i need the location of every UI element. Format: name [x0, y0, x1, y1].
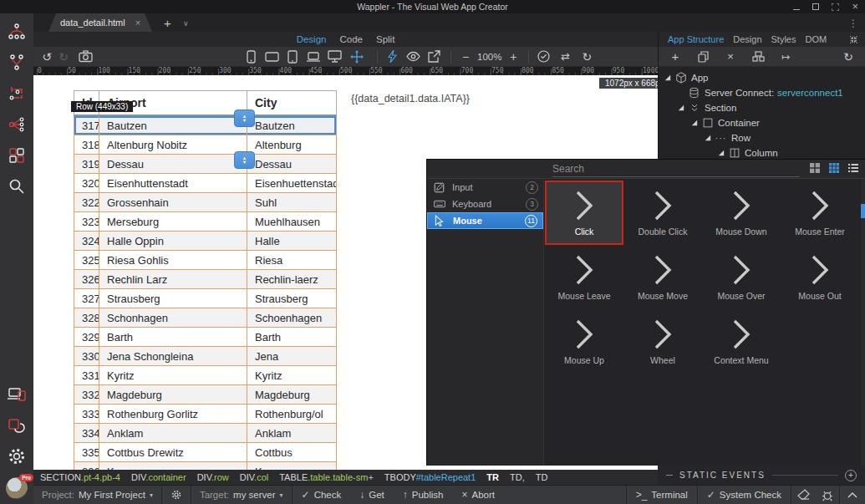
event-tile-double-click[interactable]: Double Click	[623, 181, 702, 245]
table-row[interactable]: 334AnklamAnklam	[74, 424, 337, 443]
abort-button[interactable]: ×Abort	[453, 486, 505, 504]
list-view-icon[interactable]	[847, 162, 859, 174]
panel-tab-dom[interactable]: DOM	[805, 34, 827, 44]
workflows-icon[interactable]	[7, 53, 27, 73]
event-tile-context-menu[interactable]: Context Menu	[702, 309, 781, 374]
table-row[interactable]: 327StrausbergStrausberg	[74, 289, 337, 308]
new-tab-icon[interactable]: +	[164, 15, 171, 32]
fullscreen-icon[interactable]	[832, 3, 839, 11]
undo-icon[interactable]: ↺	[38, 48, 55, 65]
column-header-city[interactable]: City	[247, 91, 336, 115]
panel-tab-app-structure[interactable]: App Structure	[668, 34, 724, 44]
validate-check-icon[interactable]	[535, 48, 552, 65]
dynamic-data-bolt-icon[interactable]	[384, 48, 400, 65]
grid-large-view-icon[interactable]	[809, 162, 821, 174]
breadcrumb-item-section[interactable]: SECTION.pt-4.pb-4	[40, 472, 120, 482]
table-row[interactable]: 326Rechlin LarzRechlin-laerz	[74, 270, 337, 289]
tab-list-chevron-icon[interactable]: ∨	[183, 15, 189, 32]
expand-arrow-icon[interactable]	[664, 74, 672, 81]
move-tool-icon[interactable]	[349, 48, 365, 65]
expand-arrow-icon[interactable]	[704, 135, 712, 141]
device-tablet-portrait-icon[interactable]	[284, 48, 301, 65]
panel-tab-styles[interactable]: Styles	[771, 34, 796, 44]
table-row[interactable]: 329BarthBarth	[74, 328, 337, 347]
table-row[interactable]: 324Halle OppinHalle	[74, 232, 337, 251]
system-check-button[interactable]: ✓ System Check	[698, 486, 791, 504]
tabbar-menu-icon[interactable]: ⋮	[848, 15, 858, 32]
table-row[interactable]: 335Cottbus DrewitzCottbus	[74, 443, 337, 462]
panel-refresh-icon[interactable]: ↻	[840, 48, 857, 65]
breadcrumb-item-tbody[interactable]: TBODY#tableRepeat1	[384, 472, 476, 482]
add-element-icon[interactable]: +	[667, 48, 684, 65]
move-into-icon[interactable]: ↦	[777, 48, 794, 65]
project-settings-gear-icon[interactable]	[162, 486, 191, 504]
tab-data-detail[interactable]: data_detail.html ×	[48, 13, 152, 32]
table-row[interactable]: 318Altenburg NobitzAltenburg	[74, 135, 337, 155]
blocks-icon[interactable]	[7, 145, 27, 165]
expand-arrow-icon[interactable]	[717, 150, 725, 156]
tree-item-container[interactable]: Container	[659, 115, 865, 130]
popup-scrollbar[interactable]	[861, 179, 865, 466]
breadcrumb-item-td[interactable]: TD	[536, 472, 548, 482]
zoom-out-icon[interactable]: −	[457, 48, 474, 65]
event-tile-mouse-up[interactable]: Mouse Up	[545, 309, 623, 374]
table-row[interactable]: 320EisenhuttenstadtEisenhuettenstadt	[74, 174, 337, 193]
breadcrumb-item-div[interactable]: DIV.container	[131, 472, 186, 482]
category-input[interactable]: Input2	[427, 179, 543, 196]
save-block-icon[interactable]	[750, 48, 766, 65]
event-tile-mouse-out[interactable]: Mouse Out	[781, 245, 859, 309]
user-avatar[interactable]: Pro	[6, 477, 28, 499]
device-desktop-icon[interactable]	[326, 48, 343, 65]
tree-item-section[interactable]: Section	[659, 100, 865, 115]
add-event-icon[interactable]: +	[845, 470, 857, 481]
table-row[interactable]: 325Riesa GohlisRiesa	[74, 251, 337, 270]
minimize-icon[interactable]	[793, 0, 800, 13]
event-tile-mouse-move[interactable]: Mouse Move	[623, 245, 702, 309]
design-table[interactable]: Id Airport City 317BautzenBautzen318Alte…	[74, 90, 337, 470]
preview-eye-icon[interactable]	[405, 48, 421, 65]
category-keyboard[interactable]: Keyboard3	[427, 196, 543, 212]
delete-element-icon[interactable]: ×	[722, 48, 739, 65]
breadcrumb-item-div[interactable]: DIV.col	[240, 472, 268, 482]
event-tile-mouse-enter[interactable]: Mouse Enter	[781, 181, 859, 245]
redo-icon[interactable]: ↻	[55, 48, 72, 65]
server-actions-icon[interactable]	[7, 84, 27, 104]
table-row[interactable]: 333Rothenburg GorlitzRothenburg/ol	[74, 405, 337, 424]
device-phone-icon[interactable]	[242, 48, 259, 65]
app-connect-icon[interactable]	[7, 22, 27, 42]
swap-arrows-icon[interactable]: ⇄	[557, 48, 573, 65]
tree-item-row[interactable]: ···Row	[659, 130, 865, 145]
settings-gear-icon[interactable]	[7, 446, 27, 466]
category-mouse[interactable]: Mouse11	[427, 212, 543, 229]
mode-tab-design[interactable]: Design	[297, 34, 327, 44]
copy-element-icon[interactable]	[695, 48, 711, 65]
search-icon[interactable]	[7, 176, 27, 196]
zoom-in-icon[interactable]: +	[505, 48, 522, 65]
publish-button[interactable]: ↑Publish	[394, 486, 453, 504]
project-selector[interactable]: Project: My First Project ▾	[33, 486, 161, 504]
close-icon[interactable]: ×	[852, 0, 858, 13]
table-row[interactable]: 317BautzenBautzen	[74, 116, 337, 135]
event-tile-wheel[interactable]: Wheel	[623, 309, 702, 374]
table-row[interactable]: 328SchonhagenSchoenhagen	[74, 308, 337, 328]
debug-bug-icon[interactable]	[816, 486, 839, 504]
panel-tab-design[interactable]: Design	[733, 34, 761, 44]
device-laptop-icon[interactable]	[305, 48, 322, 65]
data-binding-text[interactable]: {{data_detail1.data.IATA}}	[351, 93, 470, 104]
collapse-panel-icon[interactable]	[849, 35, 858, 44]
table-row[interactable]: 323MerseburgMuehlhausen	[74, 212, 337, 232]
table-row[interactable]: 319DessauDessau	[74, 155, 337, 174]
devices-icon[interactable]	[7, 384, 27, 405]
table-row[interactable]: 330Jena SchongleinaJena	[74, 347, 337, 366]
terminal-button[interactable]: >_ Terminal	[627, 486, 697, 504]
grid-small-view-icon[interactable]	[828, 162, 840, 174]
get-button[interactable]: ↓Get	[350, 486, 394, 504]
event-tile-mouse-over[interactable]: Mouse Over	[702, 245, 781, 309]
clean-eraser-icon[interactable]	[791, 486, 816, 504]
check-button[interactable]: ✓Check	[293, 486, 351, 504]
expand-arrow-icon[interactable]	[690, 120, 699, 126]
collapse-statusbar-chevron-icon[interactable]	[840, 486, 865, 504]
drag-handle-badge[interactable]: ▲▼	[234, 109, 255, 127]
open-in-browser-icon[interactable]	[425, 48, 442, 65]
event-tile-mouse-leave[interactable]: Mouse Leave	[545, 245, 623, 309]
